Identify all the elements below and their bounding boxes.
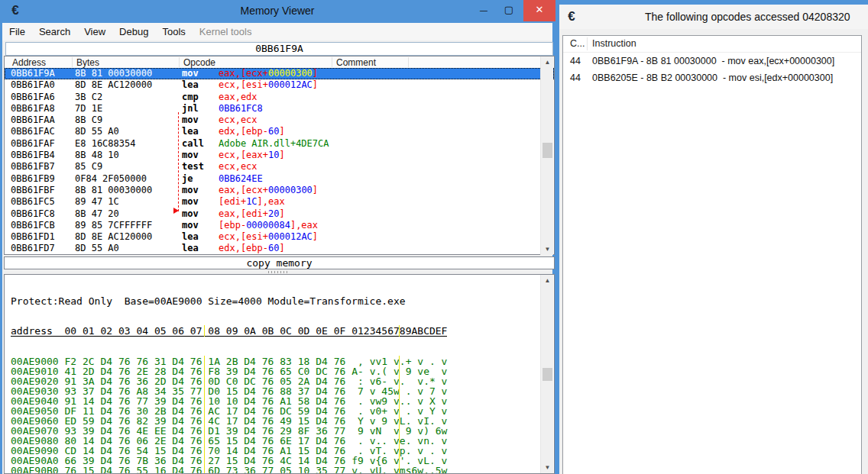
instruction-text: 0BB6205E - 8B B2 00030000 - mov esi,[edx… [592,73,833,83]
hex-row-00AE90B0[interactable]: 00AE90B0 76 15 D4 76 55 16 D4 76 6D 73 3… [11,466,554,474]
scroll-thumb[interactable] [542,143,552,158]
desktop: { "left": { "title": "Memory Viewer", "m… [0,0,868,474]
col-count[interactable]: C... [570,38,585,49]
menu-tools[interactable]: Tools [155,26,192,37]
opcodes-accessed-window: The following opcodes accessed 04208320 … [555,0,868,474]
copy-memory-bar[interactable]: copy memory [4,256,555,269]
scroll-up-icon[interactable] [541,275,554,286]
splitter-handle[interactable] [268,271,290,273]
disasm-row-0BB61FB9[interactable]: 0BB61FB90F84 2F050000je0BB624EE [5,173,554,185]
col-comment: Comment [336,57,376,68]
col-separator [408,57,409,67]
window-title: Memory Viewer [2,5,552,17]
col-separator [72,57,73,67]
disasm-row-0BB61FAA[interactable]: 0BB61FAA8B C9movecx,ecx [5,114,554,126]
jump-target-arrow-icon [173,208,179,214]
hexview-scrollbar[interactable] [540,275,553,473]
disasm-row-0BB61FCB[interactable]: 0BB61FCB89 85 7CFFFFFFmov[ebp-00000084],… [5,220,554,231]
disasm-row-0BB61FB7[interactable]: 0BB61FB785 C9testecx,ecx [5,161,554,173]
minimize-button[interactable] [472,0,495,21]
disasm-row-0BB61FAF[interactable]: 0BB61FAFE8 16C88354callAdobe AIR.dll+4DE… [5,138,554,150]
memory-viewer-titlebar[interactable]: Memory Viewer [2,0,552,23]
memory-viewer-window: Memory Viewer FileSearchViewDebugToolsKe… [0,0,555,474]
window-title: The following opcodes accessed 04208320 [645,11,850,23]
disasm-row-0BB61FD1[interactable]: 0BB61FD18D 8E AC120000leaecx,[esi+000012… [5,231,554,243]
instruction-text: 0BB61F9A - 8B 81 00030000 - mov eax,[ecx… [592,56,834,66]
scroll-up-icon[interactable] [541,56,554,68]
opcodes-window-titlebar[interactable]: The following opcodes accessed 04208320 [559,5,868,29]
col-instruction[interactable]: Instruction [592,38,636,49]
menu-search[interactable]: Search [32,26,77,37]
opcode-row[interactable]: 440BB6205E - 8B B2 00030000 - mov esi,[e… [563,69,861,86]
menu-debug[interactable]: Debug [112,26,155,37]
menu-kernel-tools[interactable]: Kernel tools [193,26,259,37]
menu-file[interactable]: File [2,26,32,37]
disassembly-column-header: Address Bytes Opcode Comment [4,56,555,68]
disasm-row-0BB61FA0[interactable]: 0BB61FA08D 8E AC120000leaecx,[esi+000012… [5,79,554,91]
cheat-engine-icon [565,10,578,24]
col-separator[interactable] [587,37,588,50]
disasm-row-0BB61FD7[interactable]: 0BB61FD78D 55 A0leaedx,[ebp-60] [5,243,554,254]
scroll-down-icon[interactable] [541,462,554,473]
opcode-list-header[interactable]: C... Instruction [563,36,861,53]
col-address: Address [12,57,46,68]
col-bytes: Bytes [76,57,99,68]
col-opcode: Opcode [183,57,215,68]
disasm-row-0BB61FA8[interactable]: 0BB61FA87D 1Ejnl0BB61FC8 [5,103,554,114]
access-count: 44 [570,56,581,66]
disasm-row-0BB61FB4[interactable]: 0BB61FB48B 48 10movecx,[eax+10] [5,150,554,161]
hex-column-header: address 00 01 02 03 04 05 06 07 08 09 0A… [11,326,554,337]
disassembly-list: 0BB61F9A8B 81 00030000moveax,[ecx+000003… [4,68,555,255]
disasm-row-0BB61FBF[interactable]: 0BB61FBF8B 81 00030000moveax,[ecx+000003… [5,185,554,196]
col-separator [179,57,180,67]
disasm-row-0BB61FAC[interactable]: 0BB61FAC8D 55 A0leaedx,[ebp-60] [5,126,554,137]
menu-view[interactable]: View [77,26,112,37]
jump-line [178,112,179,211]
hex-info-line: Protect:Read Only Base=00AE9000 Size=400… [11,296,554,306]
close-button[interactable] [523,0,555,21]
maximize-button[interactable] [497,0,520,21]
opcode-list: C... Instruction 440BB61F9A - 8B 81 0003… [562,35,862,474]
opcode-row[interactable]: 440BB61F9A - 8B 81 00030000 - mov eax,[e… [563,53,861,69]
disassembly-scrollbar[interactable] [540,56,553,255]
disasm-row-0BB61FA6[interactable]: 0BB61FA63B C2cmpeax,edx [5,92,554,103]
address-input[interactable]: 0BB61F9A [5,42,553,56]
menubar: FileSearchViewDebugToolsKernel tools [2,23,552,40]
disasm-row-0BB61F9A[interactable]: 0BB61F9A8B 81 00030000moveax,[ecx+000003… [5,68,554,79]
col-separator [332,57,332,67]
access-count: 44 [570,73,581,83]
disasm-row-0BB61FC8[interactable]: 0BB61FC88B 47 20moveax,[edi+20] [5,208,554,220]
hex-view-panel[interactable]: Protect:Read Only Base=00AE9000 Size=400… [4,274,555,474]
scroll-thumb[interactable] [542,368,552,381]
disasm-row-0BB61FC5[interactable]: 0BB61FC589 47 1Cmov[edi+1C],eax [5,196,554,208]
scroll-down-icon[interactable] [541,243,554,255]
